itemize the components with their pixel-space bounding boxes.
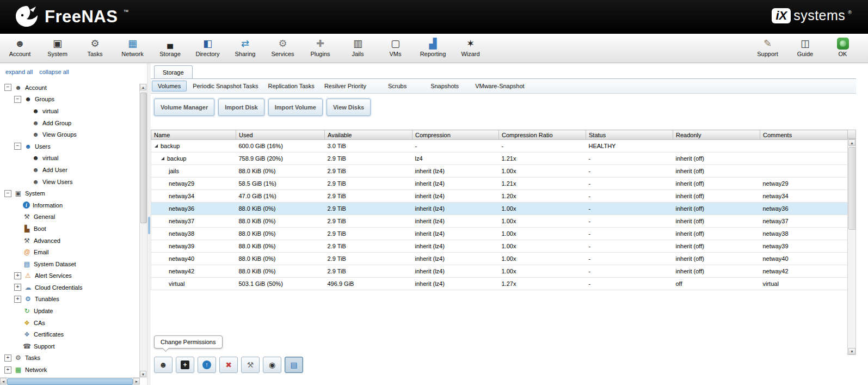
sidebar-item-email[interactable]: @ Email	[0, 246, 147, 258]
toolbar-item-services[interactable]: ⚙ Services	[264, 34, 301, 57]
toolbar-item-tasks[interactable]: ⚙ Tasks	[76, 34, 114, 57]
toolbar-item-support[interactable]: ✎ Support	[749, 34, 786, 57]
col-header-compression[interactable]: Compression	[413, 130, 499, 140]
destroy-dataset-button[interactable]: ✖	[219, 357, 238, 373]
scrollbar-thumb[interactable]	[140, 93, 147, 223]
sidebar-item-add-user[interactable]: ☻ Add User	[0, 164, 147, 176]
sidebar-item-support[interactable]: ☎ Support	[0, 340, 147, 352]
grid-vertical-scrollbar[interactable]: ▲ ▼	[847, 139, 856, 355]
create-dataset-button[interactable]: +	[176, 357, 194, 373]
toolbar-item-network[interactable]: ▦ Network	[114, 34, 151, 57]
tab-replication-tasks[interactable]: Replication Tasks	[263, 81, 319, 91]
tab-storage[interactable]: Storage	[154, 65, 193, 78]
sidebar-item-alert-services[interactable]: ⚠ Alert Services	[0, 270, 147, 282]
expand-toggle[interactable]	[14, 296, 21, 303]
collapse-toggle[interactable]	[14, 143, 21, 150]
sidebar-item-user-virtual[interactable]: ☻ virtual	[0, 152, 147, 164]
import-volume-button[interactable]: Import Volume	[268, 99, 323, 116]
sidebar-item-view-groups[interactable]: ☻ View Groups	[0, 129, 147, 140]
sidebar-item-group-virtual[interactable]: ☻ virtual	[0, 105, 147, 117]
collapse-toggle[interactable]	[4, 84, 11, 91]
collapse-toggle[interactable]	[14, 96, 21, 103]
edit-options-button[interactable]: ⚒	[241, 357, 260, 373]
view-disks-button[interactable]: View Disks	[327, 99, 371, 116]
sidebar-item-cloud-credentials[interactable]: ☁ Cloud Credentials	[0, 282, 147, 294]
col-header-readonly[interactable]: Readonly	[673, 130, 760, 140]
sidebar-item-tunables[interactable]: ⚙ Tunables	[0, 294, 147, 305]
scroll-left-arrow[interactable]: ◄	[0, 378, 7, 384]
collapse-row-icon[interactable]	[161, 157, 164, 160]
change-permissions-button[interactable]: ☻	[154, 357, 173, 373]
sidebar-item-account[interactable]: ☻ Account	[0, 82, 147, 94]
table-row[interactable]: backup 758.9 GiB (20%) 2.9 TiB lz4 1.21x…	[151, 152, 848, 165]
sidebar-item-tasks[interactable]: ⚙ Tasks	[0, 352, 147, 364]
col-header-compression-ratio[interactable]: Compression Ratio	[499, 130, 586, 140]
sidebar-item-groups[interactable]: ☻ Groups	[0, 94, 147, 106]
scroll-down-arrow[interactable]: ▼	[848, 348, 855, 355]
promote-dataset-button[interactable]: ↑	[198, 357, 216, 373]
tab-periodic-snapshot-tasks[interactable]: Periodic Snapshot Tasks	[188, 81, 263, 91]
create-zvol-button[interactable]: ▤	[285, 357, 303, 373]
toolbar-item-system[interactable]: ▣ System	[39, 34, 76, 57]
table-row[interactable]: netway37 88.0 KiB (0%) 2.9 TiB inherit (…	[151, 215, 848, 228]
col-header-available[interactable]: Available	[325, 130, 413, 140]
sidebar-item-view-users[interactable]: ☻ View Users	[0, 176, 147, 188]
table-row[interactable]: jails 88.0 KiB (0%) 2.9 TiB inherit (lz4…	[151, 165, 848, 178]
sidebar-item-users[interactable]: ☻ Users	[0, 140, 147, 152]
import-disk-button[interactable]: Import Disk	[218, 99, 264, 116]
expand-toggle[interactable]	[4, 355, 11, 362]
scroll-right-arrow[interactable]: ►	[133, 378, 140, 384]
expand-toggle[interactable]	[4, 366, 11, 374]
toolbar-item-vms[interactable]: ▢ VMs	[377, 34, 414, 57]
toolbar-item-reporting[interactable]: ▟ Reporting	[414, 34, 452, 57]
tab-vmware-snapshot[interactable]: VMware-Snapshot	[470, 81, 530, 91]
table-row[interactable]: netway29 58.5 GiB (1%) 2.9 TiB inherit (…	[151, 178, 848, 190]
expand-toggle[interactable]	[14, 272, 21, 279]
tab-scrubs[interactable]: Scrubs	[383, 81, 411, 91]
sidebar-horizontal-scrollbar[interactable]: ◄ ►	[0, 377, 140, 385]
tab-volumes[interactable]: Volumes	[152, 81, 187, 91]
table-row-selected[interactable]: netway36 88.0 KiB (0%) 2.9 TiB inherit (…	[151, 203, 848, 215]
collapse-toggle[interactable]	[4, 190, 11, 197]
table-row[interactable]: netway39 88.0 KiB (0%) 2.9 TiB inherit (…	[151, 240, 848, 253]
toolbar-item-sharing[interactable]: ⇄ Sharing	[226, 34, 264, 57]
col-header-status[interactable]: Status	[586, 130, 673, 140]
sidebar-vertical-scrollbar[interactable]: ▲ ▼	[139, 84, 147, 377]
volume-manager-button[interactable]: Volume Manager	[154, 99, 214, 116]
col-header-used[interactable]: Used	[236, 130, 325, 140]
sidebar-item-update[interactable]: ↻ Update	[0, 305, 147, 317]
table-row[interactable]: netway34 47.0 GiB (1%) 2.9 TiB inherit (…	[151, 190, 848, 203]
scroll-down-arrow[interactable]: ▼	[140, 371, 146, 377]
table-row[interactable]: netway42 88.0 KiB (0%) 2.9 TiB inherit (…	[151, 265, 848, 278]
expand-toggle[interactable]	[14, 284, 21, 291]
sidebar-item-general[interactable]: ⚒ General	[0, 211, 147, 223]
sidebar-item-certificates[interactable]: ❖ Certificates	[0, 328, 147, 340]
sidebar-item-information[interactable]: i Information	[0, 199, 147, 211]
table-row[interactable]: netway40 88.0 KiB (0%) 2.9 TiB inherit (…	[151, 253, 848, 265]
collapse-row-icon[interactable]	[155, 144, 158, 148]
tab-snapshots[interactable]: Snapshots	[426, 81, 464, 91]
scrollbar-thumb[interactable]	[848, 147, 856, 230]
expand-all-link[interactable]: expand all	[5, 69, 33, 75]
toolbar-item-guide[interactable]: ◫ Guide	[786, 34, 824, 57]
scrollbar-thumb[interactable]	[7, 378, 133, 385]
toolbar-item-wizard[interactable]: ✶ Wizard	[452, 34, 489, 57]
toolbar-item-account[interactable]: ☻ Account	[1, 34, 39, 57]
toolbar-item-directory[interactable]: ◧ Directory	[189, 34, 226, 57]
toolbar-item-jails[interactable]: ▥ Jails	[339, 34, 377, 57]
create-snapshot-button[interactable]: ◉	[263, 357, 281, 373]
sidebar-item-system-dataset[interactable]: ▤ System Dataset	[0, 258, 147, 270]
sidebar-item-cas[interactable]: ❖ CAs	[0, 317, 147, 329]
tab-resilver-priority[interactable]: Resilver Priority	[319, 81, 371, 91]
col-header-name[interactable]: Name	[151, 130, 236, 140]
toolbar-item-plugins[interactable]: ✚ Plugins	[301, 34, 339, 57]
sidebar-item-boot[interactable]: ▙ Boot	[0, 223, 147, 235]
scroll-up-arrow[interactable]: ▲	[140, 84, 146, 90]
scroll-up-arrow[interactable]: ▲	[848, 139, 855, 146]
table-row[interactable]: backup 600.0 GiB (16%) 3.0 TiB - - HEALT…	[151, 140, 848, 152]
table-row[interactable]: netway38 88.0 KiB (0%) 2.9 TiB inherit (…	[151, 228, 848, 240]
sidebar-item-network[interactable]: ▦ Network	[0, 364, 147, 376]
sidebar-item-advanced[interactable]: ⚒ Advanced	[0, 235, 147, 247]
toolbar-item-storage[interactable]: ▄ Storage	[151, 34, 189, 57]
col-header-comments[interactable]: Comments	[760, 130, 848, 140]
